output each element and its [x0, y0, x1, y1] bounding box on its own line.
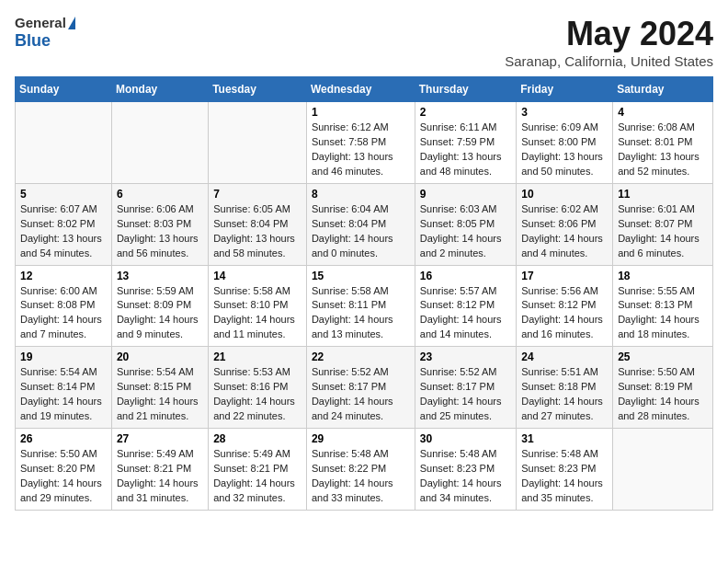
sunrise-text: Sunrise: 5:50 AM — [20, 448, 97, 459]
day-info: Sunrise: 5:56 AM Sunset: 8:12 PM Dayligh… — [521, 284, 608, 343]
table-row: 21 Sunrise: 5:53 AM Sunset: 8:16 PM Dayl… — [209, 347, 307, 429]
day-number: 26 — [20, 432, 107, 445]
sunrise-text: Sunrise: 5:58 AM — [312, 285, 389, 296]
daylight-text: Daylight: 14 hours and 0 minutes. — [312, 233, 393, 259]
sunset-text: Sunset: 8:13 PM — [618, 299, 692, 310]
table-row: 14 Sunrise: 5:58 AM Sunset: 8:10 PM Dayl… — [209, 265, 307, 347]
sunset-text: Sunset: 8:21 PM — [213, 463, 288, 474]
logo-icon — [68, 17, 75, 29]
table-row: 11 Sunrise: 6:01 AM Sunset: 8:07 PM Dayl… — [613, 183, 713, 265]
daylight-text: Daylight: 14 hours and 34 minutes. — [420, 477, 502, 503]
day-number: 29 — [312, 432, 410, 445]
sunset-text: Sunset: 8:17 PM — [312, 381, 386, 392]
calendar-week-row: 26 Sunrise: 5:50 AM Sunset: 8:20 PM Dayl… — [16, 429, 713, 511]
day-info: Sunrise: 6:11 AM Sunset: 7:59 PM Dayligh… — [420, 121, 511, 179]
daylight-text: Daylight: 13 hours and 50 minutes. — [521, 151, 603, 177]
daylight-text: Daylight: 14 hours and 7 minutes. — [20, 314, 102, 339]
day-number: 15 — [312, 270, 410, 282]
table-row: 30 Sunrise: 5:48 AM Sunset: 8:23 PM Dayl… — [415, 429, 516, 511]
page-header: General Blue May 2024 Saranap, Californi… — [15, 15, 713, 69]
day-info: Sunrise: 5:57 AM Sunset: 8:12 PM Dayligh… — [420, 284, 511, 343]
day-info: Sunrise: 5:48 AM Sunset: 8:22 PM Dayligh… — [312, 447, 410, 506]
table-row — [209, 102, 307, 184]
sunrise-text: Sunrise: 5:48 AM — [312, 448, 389, 459]
day-number: 22 — [312, 350, 410, 363]
header-saturday: Saturday — [613, 77, 713, 102]
sunrise-text: Sunrise: 6:03 AM — [420, 203, 497, 214]
sunset-text: Sunset: 8:06 PM — [521, 218, 596, 229]
day-info: Sunrise: 5:50 AM Sunset: 8:19 PM Dayligh… — [618, 365, 708, 424]
daylight-text: Daylight: 14 hours and 24 minutes. — [312, 396, 393, 421]
table-row: 7 Sunrise: 6:05 AM Sunset: 8:04 PM Dayli… — [209, 183, 307, 265]
table-row: 16 Sunrise: 5:57 AM Sunset: 8:12 PM Dayl… — [415, 265, 516, 347]
sunset-text: Sunset: 8:04 PM — [312, 218, 386, 229]
day-number: 9 — [420, 188, 511, 201]
day-info: Sunrise: 6:12 AM Sunset: 7:58 PM Dayligh… — [312, 121, 410, 179]
daylight-text: Daylight: 14 hours and 29 minutes. — [20, 477, 102, 503]
day-number: 8 — [312, 188, 410, 201]
sunrise-text: Sunrise: 5:59 AM — [117, 285, 194, 296]
day-number: 11 — [618, 188, 708, 201]
table-row: 4 Sunrise: 6:08 AM Sunset: 8:01 PM Dayli… — [613, 102, 713, 184]
day-number: 13 — [117, 270, 203, 282]
sunset-text: Sunset: 8:02 PM — [20, 218, 95, 229]
day-number: 19 — [20, 350, 107, 363]
daylight-text: Daylight: 14 hours and 21 minutes. — [117, 396, 199, 421]
sunrise-text: Sunrise: 5:50 AM — [618, 366, 695, 377]
table-row: 12 Sunrise: 6:00 AM Sunset: 8:08 PM Dayl… — [16, 265, 112, 347]
day-info: Sunrise: 5:49 AM Sunset: 8:21 PM Dayligh… — [117, 447, 203, 506]
sunrise-text: Sunrise: 5:53 AM — [213, 366, 290, 377]
day-number: 20 — [117, 350, 203, 363]
day-number: 21 — [213, 350, 301, 363]
calendar-week-row: 1 Sunrise: 6:12 AM Sunset: 7:58 PM Dayli… — [16, 102, 713, 184]
daylight-text: Daylight: 13 hours and 52 minutes. — [618, 151, 700, 177]
header-tuesday: Tuesday — [209, 77, 307, 102]
day-number: 25 — [618, 350, 708, 363]
sunrise-text: Sunrise: 6:09 AM — [521, 121, 598, 132]
header-monday: Monday — [111, 77, 208, 102]
day-number: 1 — [312, 106, 410, 119]
sunrise-text: Sunrise: 5:58 AM — [213, 285, 290, 296]
sunset-text: Sunset: 8:17 PM — [420, 381, 495, 392]
daylight-text: Daylight: 14 hours and 16 minutes. — [521, 314, 603, 339]
day-info: Sunrise: 5:48 AM Sunset: 8:23 PM Dayligh… — [420, 447, 511, 506]
table-row: 6 Sunrise: 6:06 AM Sunset: 8:03 PM Dayli… — [111, 183, 208, 265]
sunset-text: Sunset: 8:23 PM — [420, 463, 495, 474]
table-row: 27 Sunrise: 5:49 AM Sunset: 8:21 PM Dayl… — [111, 429, 208, 511]
daylight-text: Daylight: 14 hours and 18 minutes. — [618, 314, 700, 339]
table-row: 8 Sunrise: 6:04 AM Sunset: 8:04 PM Dayli… — [306, 183, 415, 265]
daylight-text: Daylight: 14 hours and 33 minutes. — [312, 477, 393, 503]
daylight-text: Daylight: 14 hours and 35 minutes. — [521, 477, 603, 503]
day-info: Sunrise: 5:51 AM Sunset: 8:18 PM Dayligh… — [521, 365, 608, 424]
weekday-header-row: Sunday Monday Tuesday Wednesday Thursday… — [16, 77, 713, 102]
day-info: Sunrise: 5:52 AM Sunset: 8:17 PM Dayligh… — [312, 365, 410, 424]
table-row: 2 Sunrise: 6:11 AM Sunset: 7:59 PM Dayli… — [415, 102, 516, 184]
logo-blue: Blue — [15, 31, 75, 51]
day-number: 23 — [420, 350, 511, 363]
day-number: 17 — [521, 270, 608, 282]
day-number: 28 — [213, 432, 301, 445]
day-info: Sunrise: 5:53 AM Sunset: 8:16 PM Dayligh… — [213, 365, 301, 424]
sunrise-text: Sunrise: 5:54 AM — [20, 366, 97, 377]
table-row: 3 Sunrise: 6:09 AM Sunset: 8:00 PM Dayli… — [517, 102, 613, 184]
day-number: 6 — [117, 188, 203, 201]
day-number: 12 — [20, 270, 107, 282]
table-row: 5 Sunrise: 6:07 AM Sunset: 8:02 PM Dayli… — [16, 183, 112, 265]
day-info: Sunrise: 6:04 AM Sunset: 8:04 PM Dayligh… — [312, 202, 410, 261]
day-info: Sunrise: 5:58 AM Sunset: 8:11 PM Dayligh… — [312, 284, 410, 343]
day-info: Sunrise: 5:52 AM Sunset: 8:17 PM Dayligh… — [420, 365, 511, 424]
daylight-text: Daylight: 13 hours and 54 minutes. — [20, 233, 102, 259]
sunrise-text: Sunrise: 5:54 AM — [117, 366, 194, 377]
day-number: 30 — [420, 432, 511, 445]
sunrise-text: Sunrise: 5:51 AM — [521, 366, 598, 377]
sunset-text: Sunset: 8:04 PM — [213, 218, 288, 229]
sunset-text: Sunset: 8:18 PM — [521, 381, 596, 392]
sunrise-text: Sunrise: 6:11 AM — [420, 121, 497, 132]
day-info: Sunrise: 5:49 AM Sunset: 8:21 PM Dayligh… — [213, 447, 301, 506]
daylight-text: Daylight: 14 hours and 11 minutes. — [213, 314, 295, 339]
table-row: 26 Sunrise: 5:50 AM Sunset: 8:20 PM Dayl… — [16, 429, 112, 511]
daylight-text: Daylight: 14 hours and 32 minutes. — [213, 477, 295, 503]
day-info: Sunrise: 5:48 AM Sunset: 8:23 PM Dayligh… — [521, 447, 608, 506]
main-title: May 2024 — [505, 15, 713, 53]
sunrise-text: Sunrise: 5:55 AM — [618, 285, 695, 296]
